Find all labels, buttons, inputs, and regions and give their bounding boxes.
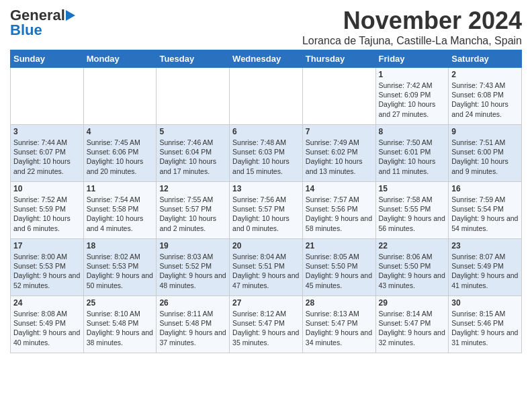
calendar-cell	[11, 68, 84, 125]
day-info: Sunrise: 7:52 AM Sunset: 5:59 PM Dayligh…	[13, 195, 81, 233]
location-subtitle: Loranca de Tajuna, Castille-La Mancha, S…	[302, 35, 522, 47]
day-number: 15	[379, 184, 446, 193]
day-info: Sunrise: 7:50 AM Sunset: 6:01 PM Dayligh…	[379, 138, 446, 176]
day-number: 28	[306, 298, 373, 308]
weekday-header-thursday: Thursday	[302, 50, 375, 68]
day-number: 7	[306, 127, 373, 136]
day-info: Sunrise: 7:42 AM Sunset: 6:09 PM Dayligh…	[379, 81, 446, 119]
day-number: 19	[159, 241, 226, 250]
day-number: 4	[87, 127, 154, 136]
calendar-cell: 23Sunrise: 8:07 AM Sunset: 5:49 PM Dayli…	[449, 239, 522, 296]
day-info: Sunrise: 7:54 AM Sunset: 5:58 PM Dayligh…	[87, 195, 154, 233]
title-block: November 2024 Loranca de Tajuna, Castill…	[302, 7, 522, 47]
day-info: Sunrise: 7:59 AM Sunset: 5:54 PM Dayligh…	[451, 195, 519, 233]
calendar-week-row: 17Sunrise: 8:00 AM Sunset: 5:53 PM Dayli…	[11, 239, 522, 296]
day-info: Sunrise: 8:14 AM Sunset: 5:47 PM Dayligh…	[379, 309, 446, 347]
calendar-cell	[83, 68, 157, 125]
day-number: 9	[451, 127, 519, 136]
day-number: 25	[87, 298, 154, 308]
calendar-week-row: 24Sunrise: 8:08 AM Sunset: 5:49 PM Dayli…	[11, 296, 522, 353]
weekday-header-row: SundayMondayTuesdayWednesdayThursdayFrid…	[11, 50, 522, 68]
day-info: Sunrise: 7:57 AM Sunset: 5:56 PM Dayligh…	[306, 195, 373, 233]
day-info: Sunrise: 8:15 AM Sunset: 5:46 PM Dayligh…	[451, 309, 519, 347]
calendar-cell: 11Sunrise: 7:54 AM Sunset: 5:58 PM Dayli…	[83, 182, 157, 239]
calendar-cell: 13Sunrise: 7:56 AM Sunset: 5:57 PM Dayli…	[230, 182, 303, 239]
logo: General Blue	[10, 7, 79, 39]
day-number: 12	[159, 184, 226, 193]
day-info: Sunrise: 8:13 AM Sunset: 5:47 PM Dayligh…	[306, 309, 373, 347]
calendar-cell: 20Sunrise: 8:04 AM Sunset: 5:51 PM Dayli…	[230, 239, 303, 296]
weekday-header-saturday: Saturday	[449, 50, 522, 68]
day-info: Sunrise: 7:46 AM Sunset: 6:04 PM Dayligh…	[159, 138, 226, 176]
weekday-header-wednesday: Wednesday	[230, 50, 303, 68]
day-number: 6	[232, 127, 300, 136]
day-number: 29	[379, 298, 446, 308]
calendar-cell: 22Sunrise: 8:06 AM Sunset: 5:50 PM Dayli…	[375, 239, 449, 296]
calendar-table: SundayMondayTuesdayWednesdayThursdayFrid…	[10, 50, 522, 353]
calendar-cell: 29Sunrise: 8:14 AM Sunset: 5:47 PM Dayli…	[375, 296, 449, 353]
calendar-week-row: 1Sunrise: 7:42 AM Sunset: 6:09 PM Daylig…	[11, 68, 522, 125]
day-number: 27	[232, 298, 300, 308]
calendar-cell	[157, 68, 230, 125]
weekday-header-sunday: Sunday	[11, 50, 84, 68]
day-info: Sunrise: 7:48 AM Sunset: 6:03 PM Dayligh…	[232, 138, 300, 176]
day-number: 21	[306, 241, 373, 250]
calendar-cell: 9Sunrise: 7:51 AM Sunset: 6:00 PM Daylig…	[449, 125, 522, 182]
calendar-cell: 7Sunrise: 7:49 AM Sunset: 6:02 PM Daylig…	[302, 125, 375, 182]
day-info: Sunrise: 8:11 AM Sunset: 5:48 PM Dayligh…	[159, 309, 226, 347]
calendar-cell: 5Sunrise: 7:46 AM Sunset: 6:04 PM Daylig…	[157, 125, 230, 182]
day-info: Sunrise: 7:45 AM Sunset: 6:06 PM Dayligh…	[87, 138, 154, 176]
calendar-cell: 25Sunrise: 8:10 AM Sunset: 5:48 PM Dayli…	[83, 296, 157, 353]
calendar-cell: 16Sunrise: 7:59 AM Sunset: 5:54 PM Dayli…	[449, 182, 522, 239]
calendar-cell: 10Sunrise: 7:52 AM Sunset: 5:59 PM Dayli…	[11, 182, 84, 239]
calendar-cell: 2Sunrise: 7:43 AM Sunset: 6:08 PM Daylig…	[449, 68, 522, 125]
day-info: Sunrise: 8:02 AM Sunset: 5:53 PM Dayligh…	[87, 252, 154, 290]
day-number: 10	[13, 184, 81, 193]
day-number: 23	[451, 241, 519, 250]
calendar-cell	[302, 68, 375, 125]
day-info: Sunrise: 8:00 AM Sunset: 5:53 PM Dayligh…	[13, 252, 81, 290]
day-info: Sunrise: 8:04 AM Sunset: 5:51 PM Dayligh…	[232, 252, 300, 290]
month-title: November 2024	[302, 7, 522, 35]
day-info: Sunrise: 8:06 AM Sunset: 5:50 PM Dayligh…	[379, 252, 446, 290]
day-number: 16	[451, 184, 519, 193]
calendar-cell: 1Sunrise: 7:42 AM Sunset: 6:09 PM Daylig…	[375, 68, 449, 125]
day-info: Sunrise: 7:58 AM Sunset: 5:55 PM Dayligh…	[379, 195, 446, 233]
weekday-header-monday: Monday	[83, 50, 157, 68]
day-number: 26	[159, 298, 226, 308]
calendar-cell: 18Sunrise: 8:02 AM Sunset: 5:53 PM Dayli…	[83, 239, 157, 296]
day-number: 2	[451, 70, 519, 79]
page-header: General Blue November 2024 Loranca de Ta…	[10, 7, 522, 47]
day-info: Sunrise: 8:08 AM Sunset: 5:49 PM Dayligh…	[13, 309, 81, 347]
calendar-cell: 12Sunrise: 7:55 AM Sunset: 5:57 PM Dayli…	[157, 182, 230, 239]
calendar-cell	[230, 68, 303, 125]
day-number: 30	[451, 298, 519, 308]
day-number: 18	[87, 241, 154, 250]
day-info: Sunrise: 8:05 AM Sunset: 5:50 PM Dayligh…	[306, 252, 373, 290]
calendar-cell: 27Sunrise: 8:12 AM Sunset: 5:47 PM Dayli…	[230, 296, 303, 353]
calendar-week-row: 10Sunrise: 7:52 AM Sunset: 5:59 PM Dayli…	[11, 182, 522, 239]
calendar-cell: 19Sunrise: 8:03 AM Sunset: 5:52 PM Dayli…	[157, 239, 230, 296]
day-number: 14	[306, 184, 373, 193]
day-number: 11	[87, 184, 154, 193]
logo-flag-icon	[66, 9, 78, 22]
calendar-cell: 30Sunrise: 8:15 AM Sunset: 5:46 PM Dayli…	[449, 296, 522, 353]
day-number: 22	[379, 241, 446, 250]
day-number: 8	[379, 127, 446, 136]
calendar-cell: 15Sunrise: 7:58 AM Sunset: 5:55 PM Dayli…	[375, 182, 449, 239]
calendar-cell: 28Sunrise: 8:13 AM Sunset: 5:47 PM Dayli…	[302, 296, 375, 353]
day-info: Sunrise: 8:07 AM Sunset: 5:49 PM Dayligh…	[451, 252, 519, 290]
day-info: Sunrise: 8:03 AM Sunset: 5:52 PM Dayligh…	[159, 252, 226, 290]
day-info: Sunrise: 7:49 AM Sunset: 6:02 PM Dayligh…	[306, 138, 373, 176]
calendar-cell: 14Sunrise: 7:57 AM Sunset: 5:56 PM Dayli…	[302, 182, 375, 239]
day-info: Sunrise: 7:56 AM Sunset: 5:57 PM Dayligh…	[232, 195, 300, 233]
day-info: Sunrise: 8:12 AM Sunset: 5:47 PM Dayligh…	[232, 309, 300, 347]
day-number: 5	[159, 127, 226, 136]
day-info: Sunrise: 8:10 AM Sunset: 5:48 PM Dayligh…	[87, 309, 154, 347]
calendar-body: 1Sunrise: 7:42 AM Sunset: 6:09 PM Daylig…	[11, 68, 522, 353]
calendar-week-row: 3Sunrise: 7:44 AM Sunset: 6:07 PM Daylig…	[11, 125, 522, 182]
day-number: 17	[13, 241, 81, 250]
day-number: 13	[232, 184, 300, 193]
weekday-header-friday: Friday	[375, 50, 449, 68]
svg-marker-0	[66, 10, 75, 21]
